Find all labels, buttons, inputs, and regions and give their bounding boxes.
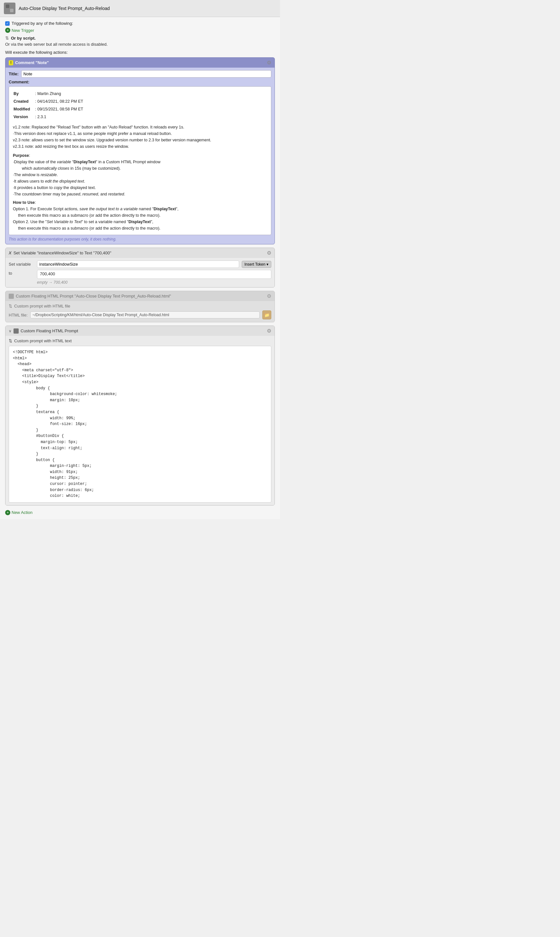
will-execute-label: Will execute the following actions: [5, 50, 275, 55]
arrows-icon: ⇅ [5, 35, 9, 40]
html-file-row: HTML file: 📁 [9, 310, 271, 319]
purpose-2: ·The window is resizable. [13, 172, 267, 178]
empty-preview: empty → 700,400 [9, 280, 271, 285]
html-file-label: HTML file: [9, 313, 28, 317]
gear-icon[interactable]: ⚙ [267, 60, 271, 66]
created-value: : 04/14/2021, 08:22 PM ET [35, 98, 84, 105]
note-v1b: ·This version does not replace v1.1, as … [13, 130, 267, 137]
by-value: : Martin Zhang [35, 91, 84, 97]
trigger-checkbox[interactable] [5, 21, 10, 26]
custom-prompt-file-label: ⇅ Custom prompt with HTML file [9, 304, 271, 308]
set-variable-label: Set variable [9, 262, 34, 267]
html-arrows-icon: ⇅ [9, 338, 12, 343]
purpose-1: ·Display the value of the variable "Disp… [13, 159, 267, 165]
comment-label: Comment: [9, 80, 271, 84]
triggered-label: Triggered by any of the following: [12, 21, 73, 26]
note-v1: v1.2 note: Replaced the "Reload Text" bu… [13, 124, 267, 130]
version-notes: v1.2 note: Replaced the "Reload Text" bu… [13, 124, 267, 150]
custom-prompt-html-text: Custom prompt with HTML text [14, 338, 72, 343]
custom-html-disabled-header: Custom Floating HTML Prompt "Auto-Close … [5, 291, 275, 301]
comment-title-row: Title: [9, 70, 271, 78]
to-value-box[interactable]: 700,400 [37, 270, 271, 279]
custom-prompt-label-text: Custom prompt with HTML file [14, 304, 70, 308]
doc-note: This action is for documentation purpose… [9, 237, 271, 242]
window-title: Auto-Close Display Text Prompt_Auto-Relo… [18, 6, 110, 11]
insert-token-label: Insert Token ▾ [245, 262, 268, 267]
plus-icon: + [5, 28, 10, 33]
custom-html-disabled-title: Custom Floating HTML Prompt "Auto-Close … [16, 294, 171, 299]
howto-opt1b: then execute this macro as a submacro (o… [13, 212, 267, 219]
svg-rect-3 [10, 9, 14, 12]
new-trigger-button[interactable]: + New Trigger [5, 28, 34, 33]
gear-icon-setvar[interactable]: ⚙ [267, 250, 271, 256]
new-action-button[interactable]: + New Action [5, 510, 32, 515]
howto-opt1: Option 1. For Execute Script actions, sa… [13, 206, 267, 212]
or-by-script-label: Or by script. [11, 36, 36, 40]
purpose-section: Purpose: ·Display the value of the varia… [13, 152, 267, 197]
setvar-card: X Set Variable "instanceWindowSize" to T… [5, 248, 275, 288]
created-label: Created [14, 98, 34, 105]
window-small-icon [9, 294, 14, 299]
svg-rect-2 [6, 9, 9, 12]
comment-text-box[interactable]: By : Martin Zhang Created : 04/14/2021, … [9, 86, 271, 235]
title-input[interactable] [21, 70, 271, 78]
purpose-5: ·The countdown timer may be paused, resu… [13, 191, 267, 197]
custom-html-active-body: ⇅ Custom prompt with HTML text <!DOCTYPE… [5, 336, 275, 505]
howto-section: How to Use: Option 1. For Execute Script… [13, 199, 267, 231]
setvar-card-title: Set Variable "instanceWindowSize" to Tex… [14, 251, 111, 255]
svg-rect-0 [6, 5, 9, 8]
collapse-arrow-icon[interactable]: ∨ [9, 329, 12, 333]
macro-icon [4, 3, 15, 14]
window-small-icon-active [14, 328, 18, 334]
setvar-input[interactable] [37, 260, 239, 268]
modified-label: Modified [14, 106, 34, 113]
comment-body: Title: Comment: By : Martin Zhang Create… [5, 68, 275, 244]
folder-button[interactable]: 📁 [262, 310, 271, 319]
setvar-row: Set variable Insert Token ▾ [9, 260, 271, 268]
title-label: Title: [9, 71, 18, 76]
howto-heading: How to Use: [13, 199, 267, 206]
code-area[interactable]: <!DOCTYPE html> <html> <head> <meta char… [9, 346, 271, 502]
new-action-label: New Action [12, 510, 32, 515]
version-value: : 2.3.1 [35, 114, 84, 121]
note-v23: v2.3 note: allows users to set the windo… [13, 137, 267, 143]
new-action-plus-icon: + [5, 510, 10, 515]
custom-html-active-header: ∨ Custom Floating HTML Prompt ⚙ [5, 326, 275, 336]
gear-icon-active[interactable]: ⚙ [267, 328, 271, 334]
comment-card-header: ! Comment "Note" ⚙ [5, 58, 275, 68]
setvar-card-header: X Set Variable "instanceWindowSize" to T… [5, 248, 275, 258]
howto-opt2: Option 2. Use the "Set Variable to Text"… [13, 219, 267, 225]
purpose-heading: Purpose: [13, 152, 267, 159]
exclaim-badge: ! [9, 60, 13, 65]
meta-table: By : Martin Zhang Created : 04/14/2021, … [13, 90, 85, 122]
comment-card-title: Comment "Note" [15, 60, 49, 65]
by-label: By [14, 91, 34, 97]
prompt-arrows-icon: ⇅ [9, 304, 12, 308]
purpose-1b: which automatically closes in 15s (may b… [13, 165, 267, 172]
modified-value: : 09/15/2021, 08:58 PM ET [35, 106, 84, 113]
to-row: to 700,400 [9, 270, 271, 279]
custom-html-disabled-body: ⇅ Custom prompt with HTML file HTML file… [5, 301, 275, 322]
setvar-body: Set variable Insert Token ▾ to 700,400 e… [5, 258, 275, 287]
x-badge: X [9, 251, 12, 255]
custom-html-active-card: ∨ Custom Floating HTML Prompt ⚙ ⇅ Custom… [5, 325, 275, 505]
note-v231: v2.3.1 note: add resizing the text box a… [13, 143, 267, 150]
purpose-4: ·It provides a button to copy the displa… [13, 185, 267, 191]
gear-icon-disabled[interactable]: ⚙ [267, 293, 271, 299]
main-content: Triggered by any of the following: + New… [0, 17, 280, 519]
trigger-row: Triggered by any of the following: [5, 21, 275, 26]
svg-rect-1 [10, 5, 14, 8]
html-file-input[interactable] [30, 311, 260, 319]
version-label: Version [14, 114, 34, 121]
custom-html-active-title: Custom Floating HTML Prompt [21, 328, 78, 333]
or-by-script-row: ⇅ Or by script. [5, 35, 275, 40]
window-title-bar: Auto-Close Display Text Prompt_Auto-Relo… [0, 0, 280, 17]
custom-html-disabled-card: Custom Floating HTML Prompt "Auto-Close … [5, 291, 275, 322]
howto-opt2b: then execute this macro as a submacro (o… [13, 225, 267, 231]
insert-token-button[interactable]: Insert Token ▾ [242, 261, 271, 268]
web-server-note: Or via the web server but all remote acc… [5, 42, 275, 47]
purpose-3: ·It allows users to edit the displayed t… [13, 178, 267, 185]
custom-prompt-html-label: ⇅ Custom prompt with HTML text [9, 338, 271, 343]
to-label: to [9, 270, 34, 276]
folder-icon: 📁 [264, 313, 270, 317]
